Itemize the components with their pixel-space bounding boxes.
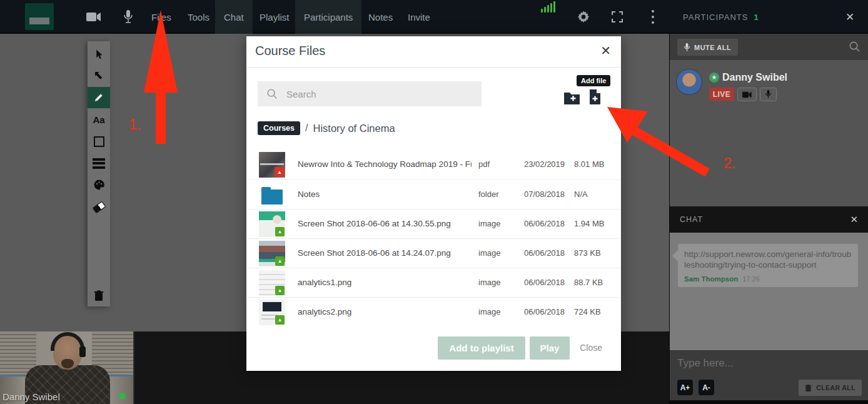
menu-participants[interactable]: Participants (295, 0, 361, 34)
tool-text-icon[interactable]: Aa (88, 109, 110, 130)
chat-close-icon[interactable]: ✕ (850, 214, 858, 225)
camera-toggle-icon[interactable] (83, 0, 104, 34)
signal-strength-icon (540, 0, 556, 13)
file-date: 06/06/2018 (524, 248, 565, 258)
clear-all-label: CLEAR ALL (816, 384, 855, 391)
webcam-name-label: Danny Swibel (3, 391, 60, 402)
chat-input[interactable] (677, 353, 852, 373)
file-search-input[interactable] (286, 81, 474, 106)
file-date: 06/06/2018 (524, 307, 565, 316)
menu-playlist[interactable]: Playlist (251, 0, 298, 34)
chat-message-author: Sam Thompson (684, 275, 738, 283)
folder-icon (259, 182, 285, 208)
tool-cursor-icon[interactable] (88, 44, 110, 65)
file-type: folder (478, 189, 499, 199)
kebab-menu-icon[interactable] (648, 0, 658, 34)
breadcrumb-separator: / (305, 123, 308, 134)
modal-title: Course Files (255, 44, 325, 58)
text-tool-label: Aa (93, 114, 104, 125)
file-date: 06/06/2018 (524, 219, 565, 228)
tool-eraser-icon[interactable] (88, 196, 110, 218)
participant-name: Danny Swibel (722, 72, 787, 83)
mute-all-label: MUTE ALL (694, 44, 731, 51)
add-file-tooltip: Add file (577, 75, 610, 86)
image-badge-icon: ▲ (275, 286, 285, 295)
file-type: image (478, 219, 500, 228)
breadcrumb-root[interactable]: Courses (258, 121, 300, 135)
panel-title-text: PARTICIPANTS (683, 13, 748, 22)
participant-row[interactable]: ★ Danny Swibel LIVE (670, 60, 868, 108)
headphones-earcup (79, 346, 86, 357)
tool-color-palette-icon[interactable] (88, 174, 110, 195)
file-size: 873 KB (574, 248, 601, 258)
file-name: analytics2.png (298, 307, 472, 316)
participant-mic-button[interactable] (760, 88, 777, 101)
chat-message-time: 17:26 (742, 275, 760, 283)
menu-files[interactable]: Files (143, 0, 180, 34)
participants-panel-title: PARTICIPANTS 1 (683, 0, 759, 34)
file-row[interactable]: ▲ Screen Shot 2018-06-06 at 14.30.55.png… (246, 209, 621, 238)
breadcrumb-current: History of Cinema (313, 123, 395, 134)
participants-toolbar: MUTE ALL (670, 34, 868, 60)
file-row[interactable]: ▲ Newrow Into & Technology Roadmap 2019 … (246, 150, 621, 179)
panel-bottom-strip (670, 400, 868, 404)
tool-arrow-nw-icon[interactable] (88, 65, 110, 86)
add-folder-button[interactable] (563, 91, 580, 104)
drawing-toolbar: Aa (88, 41, 110, 306)
file-thumbnail: ▲ (259, 241, 285, 266)
file-row[interactable]: ▲ analytics1.png image 06/06/2018 88.7 K… (246, 268, 621, 297)
chat-message-text[interactable]: http://support.newrow.com/general-info/t… (684, 249, 852, 271)
modal-footer: Add to playlist Play Close (246, 336, 621, 360)
add-file-button[interactable] (589, 89, 601, 104)
live-badge: LIVE (709, 88, 734, 101)
tool-trash-icon[interactable] (88, 285, 110, 306)
search-icon (266, 88, 278, 99)
trash-icon (805, 384, 812, 392)
file-size: 88.7 KB (574, 278, 603, 287)
mute-all-button[interactable]: MUTE ALL (677, 39, 738, 56)
settings-gear-icon[interactable] (574, 0, 593, 34)
file-size: 724 KB (574, 307, 601, 316)
file-size: N/A (574, 189, 588, 199)
font-increase-button[interactable]: A+ (677, 380, 693, 395)
menu-tools[interactable]: Tools (179, 0, 218, 34)
add-to-playlist-button[interactable]: Add to playlist (438, 336, 525, 360)
image-badge-icon: ▲ (275, 315, 285, 325)
menu-notes[interactable]: Notes (360, 0, 401, 34)
image-badge-icon: ▲ (275, 256, 285, 266)
tool-rectangle-icon[interactable] (88, 131, 110, 152)
mic-toggle-icon[interactable] (119, 0, 138, 34)
chat-footer: A+ A- CLEAR ALL (670, 375, 868, 400)
clear-all-button[interactable]: CLEAR ALL (799, 380, 862, 396)
file-type: image (478, 278, 500, 287)
font-decrease-button[interactable]: A- (699, 380, 714, 395)
file-row[interactable]: ▲ Screen Shot 2018-06-06 at 14.24.07.png… (246, 238, 621, 268)
file-name: analytics1.png (298, 278, 472, 287)
file-row[interactable]: ▲ analytics2.png image 06/06/2018 724 KB (246, 297, 621, 326)
pdf-badge-icon: ▲ (275, 167, 285, 177)
logo-dash (29, 18, 49, 24)
course-files-modal: Course Files ✕ Add file Courses / Histor… (246, 36, 621, 371)
close-panel-icon[interactable]: ✕ (845, 0, 854, 34)
play-button[interactable]: Play (530, 336, 570, 360)
menu-chat[interactable]: Chat (215, 0, 253, 34)
participants-search-icon[interactable] (849, 41, 860, 53)
menu-invite[interactable]: Invite (399, 0, 439, 34)
tool-line-weight-icon[interactable] (88, 153, 110, 174)
webcam-person-beard (61, 359, 74, 368)
chat-messages-area[interactable]: http://support.newrow.com/general-info/t… (670, 233, 868, 350)
modal-close-icon[interactable]: ✕ (600, 43, 611, 58)
chat-message-bubble: http://support.newrow.com/general-info/t… (678, 244, 858, 287)
participants-count: 1 (754, 13, 759, 22)
modal-header: Course Files ✕ (246, 36, 621, 68)
file-row[interactable]: Notes folder 07/08/2018 N/A (246, 179, 621, 209)
fullscreen-icon[interactable] (608, 0, 627, 34)
webcam-video-tile[interactable]: Danny Swibel (0, 331, 134, 404)
top-navbar: Files Tools Chat Playlist Participants N… (0, 0, 868, 34)
participant-camera-button[interactable] (737, 88, 757, 101)
participants-list: ★ Danny Swibel LIVE (670, 60, 868, 206)
tool-pencil-icon[interactable] (88, 87, 110, 108)
modal-close-link[interactable]: Close (580, 343, 602, 353)
file-size: 1.94 MB (574, 219, 604, 228)
app-logo[interactable] (25, 3, 54, 30)
